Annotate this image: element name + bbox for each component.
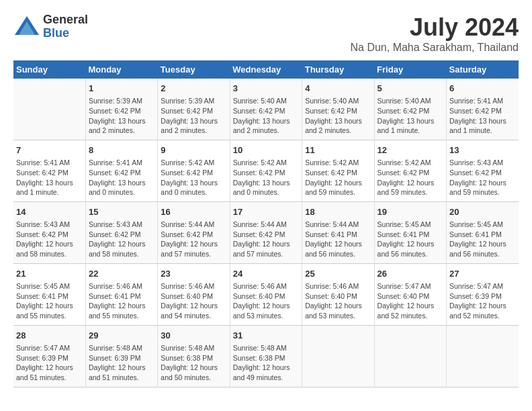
calendar-cell [302, 325, 374, 387]
header-day-tuesday: Tuesday [158, 60, 230, 79]
day-number: 31 [233, 330, 299, 342]
title-block: July 2024 Na Dun, Maha Sarakham, Thailan… [350, 13, 519, 54]
cell-info: Sunrise: 5:41 AM Sunset: 6:42 PM Dayligh… [449, 96, 516, 136]
calendar-cell: 4Sunrise: 5:40 AM Sunset: 6:42 PM Daylig… [302, 79, 374, 140]
cell-info: Sunrise: 5:44 AM Sunset: 6:41 PM Dayligh… [305, 220, 371, 259]
calendar-cell: 22Sunrise: 5:46 AM Sunset: 6:41 PM Dayli… [85, 263, 157, 325]
logo-text: General Blue [43, 13, 88, 40]
logo-blue: Blue [43, 27, 88, 40]
calendar-cell: 13Sunrise: 5:43 AM Sunset: 6:42 PM Dayli… [447, 140, 519, 201]
day-number: 19 [378, 206, 443, 218]
day-number: 2 [161, 83, 226, 95]
cell-info: Sunrise: 5:48 AM Sunset: 6:38 PM Dayligh… [233, 343, 299, 383]
calendar-week-1: 1Sunrise: 5:39 AM Sunset: 6:42 PM Daylig… [13, 79, 519, 140]
cell-info: Sunrise: 5:44 AM Sunset: 6:42 PM Dayligh… [233, 220, 299, 259]
day-number: 5 [378, 83, 443, 95]
day-number: 17 [233, 206, 299, 218]
cell-info: Sunrise: 5:41 AM Sunset: 6:42 PM Dayligh… [16, 158, 83, 197]
calendar-cell: 25Sunrise: 5:46 AM Sunset: 6:40 PM Dayli… [302, 263, 374, 325]
calendar-cell: 26Sunrise: 5:47 AM Sunset: 6:40 PM Dayli… [374, 263, 446, 325]
cell-info: Sunrise: 5:43 AM Sunset: 6:42 PM Dayligh… [16, 220, 83, 259]
day-number: 3 [233, 83, 299, 95]
calendar-week-3: 14Sunrise: 5:43 AM Sunset: 6:42 PM Dayli… [13, 201, 519, 263]
day-number: 11 [305, 144, 371, 156]
page-header: General Blue July 2024 Na Dun, Maha Sara… [13, 13, 519, 54]
cell-info: Sunrise: 5:47 AM Sunset: 6:40 PM Dayligh… [378, 281, 443, 321]
calendar-header: SundayMondayTuesdayWednesdayThursdayFrid… [13, 60, 519, 79]
cell-info: Sunrise: 5:42 AM Sunset: 6:42 PM Dayligh… [305, 158, 371, 197]
calendar-cell: 7Sunrise: 5:41 AM Sunset: 6:42 PM Daylig… [13, 140, 85, 201]
calendar-week-4: 21Sunrise: 5:45 AM Sunset: 6:41 PM Dayli… [13, 263, 519, 325]
day-number: 18 [305, 206, 371, 218]
calendar-cell: 18Sunrise: 5:44 AM Sunset: 6:41 PM Dayli… [302, 201, 374, 263]
calendar-cell: 16Sunrise: 5:44 AM Sunset: 6:42 PM Dayli… [158, 201, 230, 263]
cell-info: Sunrise: 5:42 AM Sunset: 6:42 PM Dayligh… [161, 158, 226, 197]
calendar-cell: 5Sunrise: 5:40 AM Sunset: 6:42 PM Daylig… [374, 79, 446, 140]
calendar-cell: 9Sunrise: 5:42 AM Sunset: 6:42 PM Daylig… [158, 140, 230, 201]
calendar-week-5: 28Sunrise: 5:47 AM Sunset: 6:39 PM Dayli… [13, 325, 519, 387]
day-number: 4 [305, 83, 371, 95]
calendar-cell: 12Sunrise: 5:42 AM Sunset: 6:42 PM Dayli… [374, 140, 446, 201]
calendar-cell: 30Sunrise: 5:48 AM Sunset: 6:38 PM Dayli… [158, 325, 230, 387]
month-year-title: July 2024 [350, 13, 519, 42]
day-number: 21 [16, 268, 83, 280]
calendar-cell: 8Sunrise: 5:41 AM Sunset: 6:42 PM Daylig… [85, 140, 157, 201]
cell-info: Sunrise: 5:47 AM Sunset: 6:39 PM Dayligh… [449, 281, 516, 321]
calendar-cell: 23Sunrise: 5:46 AM Sunset: 6:40 PM Dayli… [158, 263, 230, 325]
cell-info: Sunrise: 5:43 AM Sunset: 6:42 PM Dayligh… [89, 220, 154, 259]
cell-info: Sunrise: 5:40 AM Sunset: 6:42 PM Dayligh… [305, 96, 371, 136]
day-number: 23 [161, 268, 226, 280]
logo-general: General [43, 13, 88, 27]
header-day-thursday: Thursday [302, 60, 374, 79]
day-number: 12 [378, 144, 443, 156]
day-number: 8 [89, 144, 154, 156]
calendar-cell: 14Sunrise: 5:43 AM Sunset: 6:42 PM Dayli… [13, 201, 85, 263]
day-number: 27 [449, 268, 516, 280]
calendar-table: SundayMondayTuesdayWednesdayThursdayFrid… [13, 60, 519, 387]
day-number: 9 [161, 144, 226, 156]
day-number: 1 [89, 83, 154, 95]
header-day-friday: Friday [374, 60, 446, 79]
day-number: 25 [305, 268, 371, 280]
calendar-cell: 1Sunrise: 5:39 AM Sunset: 6:42 PM Daylig… [85, 79, 157, 140]
calendar-cell: 3Sunrise: 5:40 AM Sunset: 6:42 PM Daylig… [230, 79, 302, 140]
calendar-cell: 11Sunrise: 5:42 AM Sunset: 6:42 PM Dayli… [302, 140, 374, 201]
day-number: 29 [89, 330, 154, 342]
cell-info: Sunrise: 5:45 AM Sunset: 6:41 PM Dayligh… [378, 220, 443, 259]
calendar-cell: 21Sunrise: 5:45 AM Sunset: 6:41 PM Dayli… [13, 263, 85, 325]
day-number: 15 [89, 206, 154, 218]
calendar-cell [447, 325, 519, 387]
cell-info: Sunrise: 5:47 AM Sunset: 6:39 PM Dayligh… [16, 343, 83, 383]
calendar-cell [374, 325, 446, 387]
calendar-cell: 20Sunrise: 5:45 AM Sunset: 6:41 PM Dayli… [447, 201, 519, 263]
day-number: 30 [161, 330, 226, 342]
calendar-cell: 27Sunrise: 5:47 AM Sunset: 6:39 PM Dayli… [447, 263, 519, 325]
calendar-cell: 28Sunrise: 5:47 AM Sunset: 6:39 PM Dayli… [13, 325, 85, 387]
day-number: 14 [16, 206, 83, 218]
header-day-wednesday: Wednesday [230, 60, 302, 79]
day-number: 10 [233, 144, 299, 156]
day-number: 7 [16, 144, 83, 156]
cell-info: Sunrise: 5:42 AM Sunset: 6:42 PM Dayligh… [378, 158, 443, 197]
logo-icon [13, 15, 40, 38]
calendar-cell: 6Sunrise: 5:41 AM Sunset: 6:42 PM Daylig… [447, 79, 519, 140]
cell-info: Sunrise: 5:48 AM Sunset: 6:38 PM Dayligh… [161, 343, 226, 383]
day-number: 22 [89, 268, 154, 280]
cell-info: Sunrise: 5:44 AM Sunset: 6:42 PM Dayligh… [161, 220, 226, 259]
cell-info: Sunrise: 5:46 AM Sunset: 6:40 PM Dayligh… [305, 281, 371, 321]
calendar-cell [13, 79, 85, 140]
calendar-cell: 17Sunrise: 5:44 AM Sunset: 6:42 PM Dayli… [230, 201, 302, 263]
calendar-body: 1Sunrise: 5:39 AM Sunset: 6:42 PM Daylig… [13, 79, 519, 387]
header-day-sunday: Sunday [13, 60, 85, 79]
cell-info: Sunrise: 5:45 AM Sunset: 6:41 PM Dayligh… [16, 281, 83, 321]
calendar-cell: 10Sunrise: 5:42 AM Sunset: 6:42 PM Dayli… [230, 140, 302, 201]
cell-info: Sunrise: 5:48 AM Sunset: 6:39 PM Dayligh… [89, 343, 154, 383]
cell-info: Sunrise: 5:39 AM Sunset: 6:42 PM Dayligh… [161, 96, 226, 136]
logo: General Blue [13, 13, 88, 40]
cell-info: Sunrise: 5:46 AM Sunset: 6:40 PM Dayligh… [233, 281, 299, 321]
day-number: 20 [449, 206, 516, 218]
calendar-cell: 31Sunrise: 5:48 AM Sunset: 6:38 PM Dayli… [230, 325, 302, 387]
calendar-cell: 24Sunrise: 5:46 AM Sunset: 6:40 PM Dayli… [230, 263, 302, 325]
cell-info: Sunrise: 5:42 AM Sunset: 6:42 PM Dayligh… [233, 158, 299, 197]
day-number: 6 [449, 83, 516, 95]
